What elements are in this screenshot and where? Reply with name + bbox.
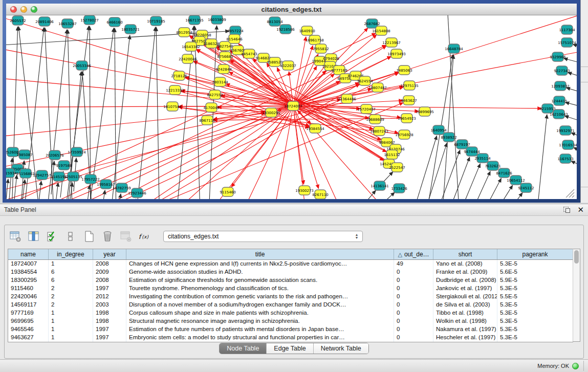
graph-node[interactable]: 8427552 — [207, 90, 223, 99]
table-cell[interactable]: 0 — [394, 293, 433, 301]
graph-node[interactable]: 12975135 — [400, 81, 419, 90]
table-vertical-scrollbar[interactable] — [573, 249, 580, 342]
network-canvas[interactable]: 1872400726055722089140610653287152780276… — [6, 15, 577, 199]
table-cell[interactable]: Tibbo et al. (1998) — [433, 309, 497, 317]
column-header-pagerank[interactable]: pagerank — [497, 249, 573, 259]
table-cell[interactable]: 1 — [49, 309, 93, 317]
graph-node[interactable]: 16671355 — [185, 15, 204, 25]
table-cell[interactable]: Disruption of a novel member of a sodium… — [126, 301, 394, 309]
table-cell[interactable]: Corpus callosum shape and size in male p… — [126, 309, 394, 317]
table-cell[interactable]: 5.3E-5 — [497, 285, 573, 293]
table-cell[interactable]: 18724007 — [8, 260, 49, 268]
table-cell[interactable]: 6 — [49, 268, 93, 276]
table-row[interactable]: 2242004622012Investigating the contribut… — [8, 293, 573, 301]
graph-node[interactable]: 2803144 — [212, 77, 228, 86]
table-cell[interactable]: 2 — [49, 285, 93, 293]
citation-edge-black[interactable] — [450, 157, 470, 199]
graph-node[interactable]: 8938922 — [441, 133, 456, 142]
graph-node[interactable]: 1640910 — [299, 26, 315, 35]
graph-node[interactable]: 2718126 — [171, 71, 187, 80]
graph-node[interactable]: 15751074 — [558, 38, 576, 47]
citation-edge-black[interactable] — [565, 102, 577, 110]
column-header-in_degree[interactable]: in_degree — [49, 249, 93, 259]
table-cell[interactable]: 2012 — [93, 293, 126, 301]
table-row[interactable]: 1830029562008Estimation of significance … — [8, 276, 573, 285]
graph-node[interactable]: 18035721 — [121, 25, 140, 34]
table-cell[interactable]: 14569117 — [8, 301, 49, 309]
graph-node[interactable]: 15278027 — [80, 15, 99, 25]
table-cell[interactable]: 0 — [394, 285, 433, 293]
graph-node[interactable]: 10719185 — [147, 16, 165, 26]
table-cell[interactable]: 5.6E-5 — [497, 268, 573, 276]
graph-node[interactable]: 16033809 — [208, 15, 226, 24]
citation-edge-black[interactable] — [175, 26, 194, 199]
table-cell[interactable]: Tourette syndrome. Phenomenology and cla… — [126, 285, 394, 293]
graph-node[interactable]: 1117304 — [559, 25, 575, 34]
table-cell[interactable]: 1998 — [93, 317, 126, 325]
graph-node[interactable]: 12093832 — [551, 81, 570, 91]
table-selector-dropdown[interactable]: citations_edges.txt▲▼ — [163, 231, 363, 242]
table-cell[interactable]: 9777169 — [8, 309, 49, 317]
citation-edge-black[interactable] — [462, 164, 480, 199]
graph-node[interactable]: 7632621 — [485, 161, 500, 170]
graph-node[interactable]: 8454743 — [241, 49, 257, 58]
citation-edge-black[interactable] — [90, 26, 91, 199]
graph-node[interactable]: 4170044 — [203, 103, 220, 112]
graph-node[interactable]: 16648784 — [445, 44, 463, 53]
table-cell[interactable]: 2009 — [93, 268, 126, 276]
citation-edge-red[interactable] — [293, 106, 541, 108]
table-cell[interactable]: 5.3E-5 — [497, 301, 573, 309]
graph-node[interactable]: 9227343 — [554, 66, 570, 75]
graph-node[interactable]: 1615132 — [384, 150, 400, 159]
citation-edge-black[interactable] — [102, 190, 105, 199]
split-rows-icon[interactable] — [64, 230, 77, 243]
column-header-year[interactable]: year — [93, 249, 126, 259]
table-cell[interactable]: Dudbridge et al. (2008) — [433, 276, 497, 285]
graph-node[interactable]: 2522547 — [389, 163, 405, 172]
graph-node[interactable]: 6466160 — [106, 17, 122, 27]
table-cell[interactable]: 0 — [394, 268, 433, 276]
delete-table-icon[interactable] — [119, 230, 133, 243]
table-cell[interactable]: 22420046 — [8, 293, 49, 301]
network-graph[interactable]: 1872400726055722089140610653287152780276… — [6, 15, 577, 199]
graph-node[interactable]: 8471626 — [496, 168, 512, 178]
table-cell[interactable]: 5.9E-5 — [497, 276, 573, 285]
graph-node[interactable]: 15720407 — [357, 104, 376, 114]
table-cell[interactable]: 5.3E-5 — [497, 309, 573, 317]
graph-node[interactable]: 20891406 — [35, 17, 54, 26]
citation-edge-black[interactable] — [56, 183, 58, 199]
table-cell[interactable]: Yano et al. (2008) — [433, 260, 497, 268]
graph-node[interactable]: 10807487 — [368, 83, 387, 92]
graph-node[interactable]: 10899695 — [416, 107, 434, 116]
table-cell[interactable]: Embryonic stem cells: a model to study s… — [126, 334, 394, 342]
table-cell[interactable]: 1 — [49, 317, 93, 325]
citation-edge-black[interactable] — [156, 27, 160, 199]
column-header-title[interactable]: title — [126, 249, 394, 259]
scrollbar-thumb[interactable] — [574, 250, 579, 264]
citation-edge-black[interactable] — [538, 115, 547, 199]
graph-node[interactable]: 1167533 — [557, 154, 573, 163]
table-cell[interactable]: 5.3E-5 — [497, 325, 573, 334]
graph-node[interactable]: 8154646 — [226, 34, 243, 43]
citation-edge-black[interactable] — [564, 116, 577, 125]
table-row[interactable]: 969969511998Structural magnetic resonanc… — [8, 317, 573, 325]
graph-node[interactable]: 8912954 — [176, 28, 192, 37]
table-cell[interactable]: 0 — [394, 276, 433, 285]
graph-node[interactable]: 10688609 — [366, 115, 384, 124]
graph-node[interactable]: 9197588 — [56, 161, 72, 170]
delete-trash-icon[interactable] — [101, 230, 114, 243]
graph-node[interactable]: 8756685 — [217, 52, 233, 61]
table-cell[interactable]: 1997 — [93, 285, 126, 293]
graph-node[interactable]: 2605572 — [10, 16, 26, 25]
graph-node[interactable]: 9329966 — [550, 52, 566, 61]
table-cell[interactable]: 1997 — [93, 334, 126, 342]
table-cell[interactable]: 5.3E-5 — [497, 334, 573, 342]
citation-edge-black[interactable] — [484, 179, 501, 199]
citation-edge-black[interactable] — [573, 45, 577, 51]
graph-node[interactable]: 16961758 — [306, 35, 324, 45]
table-cell[interactable]: 18300295 — [8, 276, 49, 285]
graph-node[interactable]: 7955812 — [313, 44, 329, 53]
table-settings-icon[interactable] — [9, 230, 22, 243]
column-header-name[interactable]: name — [8, 249, 49, 259]
tab-node-table[interactable]: Node Table — [220, 343, 267, 354]
